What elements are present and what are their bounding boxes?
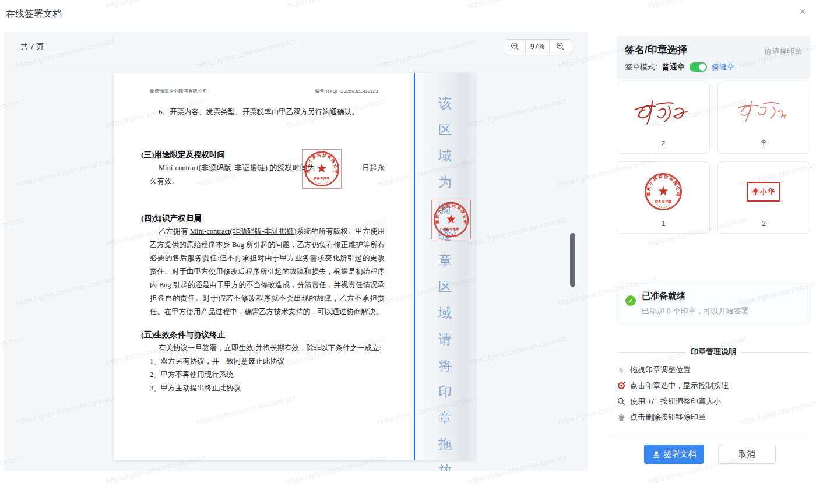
seal-card[interactable]: 2 [617, 82, 710, 154]
cancel-button[interactable]: 取消 [718, 445, 776, 464]
document-number: 编号:HYQF-20250321-B2123 [315, 88, 378, 94]
viewer-toolbar: 共 7 页 97% [4, 32, 588, 61]
magnifier-minus-icon [511, 42, 519, 51]
sidebar-title: 签名/印章选择 [625, 43, 687, 57]
seam-hint-char: 为 [438, 173, 452, 191]
seam-hint-char: 放 [438, 461, 452, 471]
document-section-heading: (五)生效条件与协议终止 [141, 328, 385, 341]
seam-hint-char: 域 [438, 147, 452, 165]
seal-card[interactable]: 重庆小易科技有限公司 财务专用章 1 [617, 161, 710, 234]
mode-seam-label: 骑缝章 [712, 62, 734, 72]
help-item: 点击印章选中，显示控制按钮 [617, 380, 810, 391]
seal-card-label: 2 [718, 219, 810, 228]
seal-card-grid: 2 李 重庆小易科技有限公司 财务专用章 1李小华2 [617, 82, 810, 234]
document-paragraph: 6、开票内容、发票类型、开票税率由甲乙双方另行沟通确认。 [141, 105, 385, 119]
rect-name-seal: 李小华 [747, 182, 780, 202]
seam-hint-char: 区 [438, 121, 452, 139]
seam-hint-char: 请 [438, 330, 452, 348]
round-company-seal: 重庆小易科技有限公司 财务专用章 [303, 150, 340, 188]
check-circle-icon: ✓ [625, 295, 636, 306]
seal-card[interactable]: 李小华2 [717, 161, 811, 234]
sign-document-button[interactable]: 签署文档 [644, 445, 704, 464]
zoom-in-button[interactable] [550, 39, 571, 54]
toggle-knob [699, 64, 706, 71]
document-company: 重庆瀚源企业顾问有限公司 [150, 88, 207, 94]
seal-card-label: 1 [617, 219, 709, 228]
help-item: 点击删除按钮移除印章 [617, 412, 810, 422]
zoom-out-button[interactable] [504, 39, 525, 54]
svg-text:财务专用章: 财务专用章 [313, 177, 330, 181]
help-title: 印章管理说明 [691, 347, 736, 357]
seal-help-section: 印章管理说明 拖拽印章调整位置点击印章选中，显示控制按钮使用 +/− 按钮调整印… [617, 347, 810, 422]
mode-label: 签章模式: [625, 62, 657, 72]
seal-preview: 李小华 [718, 168, 810, 216]
round-company-seal: 重庆小易科技有限公司 财务专用章 [643, 172, 683, 212]
help-item: 拖拽印章调整位置 [617, 365, 810, 375]
watermark-text: https://gitee.com/mini-contract [467, 0, 567, 10]
seal-sidebar: 签名/印章选择 请选择印章 签章模式: 普通章 骑缝章 2 李 [608, 32, 812, 471]
document-list-item: 3、甲方主动提出终止此协议 [141, 382, 385, 395]
signature-image [631, 96, 696, 128]
watermark-text: https://gitee.com/mini-contract [648, 0, 748, 10]
seal-mode-toggle[interactable] [690, 62, 707, 72]
watermark-text: https://gitee.com/mini-contract [286, 0, 386, 10]
online-sign-dialog: 在线签署文档 × 共 7 页 97% [0, 0, 816, 504]
trash-icon [617, 413, 625, 422]
document-list-item: 2、甲方不再使用现行系统 [141, 368, 385, 382]
page-count-label: 共 7 页 [20, 41, 44, 52]
help-item-text: 使用 +/− 按钮调整印章大小 [630, 396, 721, 407]
close-icon[interactable]: × [796, 6, 809, 19]
seam-hint-char: 将 [438, 357, 452, 375]
seal-card-label: 李 [718, 138, 810, 148]
document-list-item: 1、双方另有协议，并一致同意废止此协议 [141, 355, 385, 368]
seal-card-label: 2 [617, 139, 709, 148]
seam-area[interactable]: 该区域为骑缝章区域请将印章拖放此处 [415, 73, 475, 460]
help-item: 使用 +/− 按钮调整印章大小 [617, 396, 810, 407]
document-page: 重庆瀚源企业顾问有限公司 编号:HYQF-20250321-B2123 6、开票… [114, 73, 475, 460]
help-item-text: 拖拽印章调整位置 [630, 365, 691, 375]
document-auth-line: Mini-contract(非源码版-非证据链) 的授权时间为日起永久有效。 [141, 161, 385, 188]
seam-hint-text: 该区域为骑缝章区域请将印章拖放此处 [415, 94, 475, 471]
viewer-scrollbar[interactable] [570, 233, 575, 287]
document-body: 6、开票内容、发票类型、开票税率由甲乙双方另行沟通确认。(三)用途限定及授权时间… [141, 105, 385, 395]
seam-hint-char: 该 [438, 94, 452, 112]
mode-normal-label: 普通章 [662, 62, 685, 72]
seal-preview [617, 88, 709, 136]
pdf-viewer: 共 7 页 97% [4, 32, 588, 471]
divider [742, 352, 810, 353]
zoom-level: 97% [525, 39, 550, 54]
watermark-text: https://gitee.com/mini-contract [105, 0, 206, 10]
placed-seal-document[interactable]: 重庆小易科技有限公司 财务专用章 [302, 149, 342, 189]
svg-text:财务专用章: 财务专用章 [442, 227, 459, 231]
status-title: 已准备就绪 [642, 291, 748, 302]
seam-hint-char: 章 [438, 409, 452, 427]
seam-hint-char: 章 [438, 252, 452, 270]
signature-image [733, 97, 794, 127]
ready-status: ✓ 已准备就绪 已添加 8 个印章，可以开始签署 [617, 283, 810, 325]
divider [617, 352, 685, 353]
magnifier-icon [617, 397, 625, 406]
seam-divider-line [414, 73, 415, 460]
seam-hint-char: 域 [438, 304, 452, 322]
seam-hint-char: 印 [438, 383, 452, 401]
svg-text:财务专用章: 财务专用章 [654, 199, 671, 204]
sidebar-footer: 签署文档 取消 [608, 434, 812, 471]
page-title: 在线签署文档 [6, 8, 62, 20]
zoom-controls: 97% [504, 39, 571, 54]
drag-icon [617, 366, 625, 375]
document-section-heading: (四)知识产权归属 [141, 212, 385, 225]
help-item-text: 点击印章选中，显示控制按钮 [630, 380, 729, 391]
document-paragraph: 乙方拥有 Mini-contract(非源码版-非证据链)系统的所有版权。甲方使… [141, 225, 385, 319]
seal-preview [718, 88, 810, 136]
seal-card[interactable]: 李 [717, 82, 811, 154]
document-paragraph: 有关协议一旦签署，立即生效:并将长期有效，除非以下条件之一成立: [141, 341, 385, 355]
placed-seal-seam[interactable]: 重庆小易科技有限公司 财务专用章 [431, 200, 471, 239]
sign-button-label: 签署文档 [664, 449, 697, 460]
stamp-icon [652, 450, 660, 459]
target-icon [617, 382, 625, 390]
help-item-text: 点击删除按钮移除印章 [630, 412, 706, 422]
status-description: 已添加 8 个印章，可以开始签署 [642, 306, 748, 316]
magnifier-plus-icon [556, 42, 565, 51]
round-company-seal: 重庆小易科技有限公司 财务专用章 [432, 201, 470, 238]
seam-hint-char: 拖 [438, 435, 452, 453]
